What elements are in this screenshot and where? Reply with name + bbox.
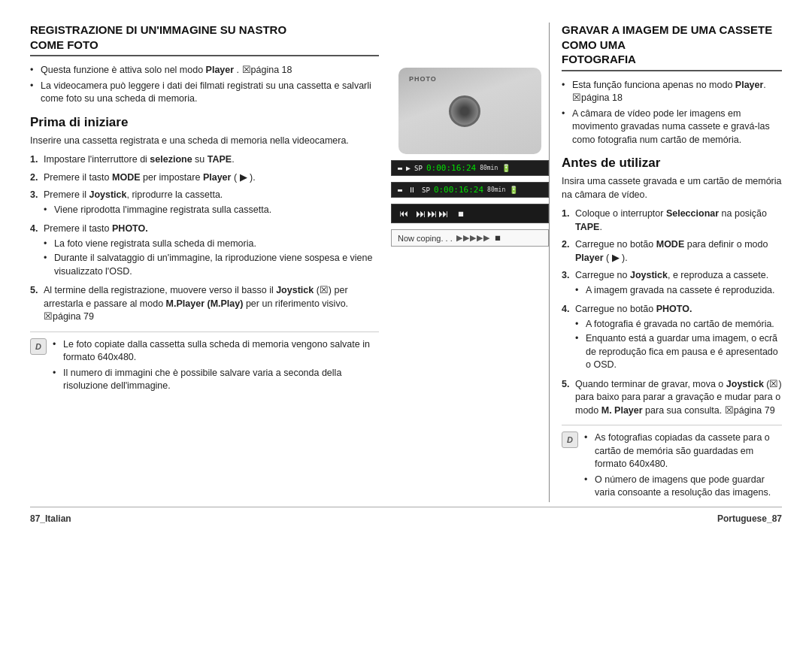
left-section-title: REGISTRAZIONE DI UN'IMMAGINE SU NASTRO C… [30,23,379,56]
right-section-title: GRAVAR A IMAGEM DE UMA CASSETE COMO UMA … [562,23,782,71]
now-coping-panel: Now coping. . . ▶▶▶▶▶ ⏹ [391,229,549,247]
footer-right: Portuguese_87 [717,513,782,524]
list-item: Enquanto está a guardar uma imagem, o ec… [575,332,782,372]
left-column: REGISTRAZIONE DI UN'IMMAGINE SU NASTRO C… [30,23,391,502]
right-column: GRAVAR A IMAGEM DE UMA CASSETE COMO UMA … [549,23,782,502]
list-item: O número de imagens que pode guardar var… [584,474,782,500]
lcd-panel-1: ▬ ▶ SP 0:00:16:24 80min 🔋 [391,160,549,176]
rewind-icon: ⏮ [399,208,408,219]
main-layout: REGISTRAZIONE DI UN'IMMAGINE SU NASTRO C… [30,23,782,502]
lcd-bar-icon-2: ▬ [398,186,402,194]
left-step-1: 1. Impostare l'interruttore di selezione… [30,153,379,167]
footer-left: 87_Italian [30,513,71,524]
lcd-batt-icon-2: 🔋 [509,186,518,194]
lcd-timecode-2: 0:00:16:24 [434,185,483,195]
right-step-1: 1. Coloque o interruptor Seleccionar na … [562,207,782,234]
center-column: PHOTO ▬ ▶ SP 0:00:16:24 80min 🔋 ▬ ⏸ SP 0… [391,23,549,502]
left-intro-list: Questa funzione è attiva solo nel modo P… [30,64,379,106]
list-item: Viene riprodotta l'immagine registrata s… [44,204,379,217]
lcd-bar-icon: ▬ [398,164,402,172]
left-step-2: 2. Premere il tasto MODE per impostare P… [30,171,379,185]
list-item: A imagem gravada na cassete é reproduzid… [575,284,782,298]
list-item: Esta função funciona apenas no modo Play… [562,79,782,105]
list-item: Le foto copiate dalla cassetta sulla sch… [53,338,379,365]
lcd-min-1: 80min [480,165,498,171]
playback-controls: ⏮ ⏭⏭⏭ ⏹ [391,204,549,223]
lcd-batt-icon: 🔋 [501,164,511,172]
lcd-play-icon: ▶ [406,164,411,172]
lcd-min-2: 80min [487,186,505,193]
lcd-pause-icon: ⏸ [408,186,416,194]
fastforward-icon: ⏭⏭⏭ [416,207,450,220]
now-coping-text: Now coping. . . [398,234,453,243]
list-item: La videocamera può leggere i dati dei fi… [30,80,379,106]
stop-icon: ⏹ [457,210,465,218]
left-step-5: 5. Al termine della registrazione, muove… [30,284,379,324]
right-step-2: 2. Carregue no botão MODE para definir o… [562,238,782,265]
lcd-timecode-1: 0:00:16:24 [426,163,476,173]
left-note-box: D Le foto copiate dalla cassetta sulla s… [30,332,379,395]
right-before-text: Insira uma cassete gravada e um cartão d… [562,175,782,201]
right-step-5: 5. Quando terminar de gravar, mova o Joy… [562,378,782,418]
lcd-panel-2: ▬ ⏸ SP 0:00:16:24 80min 🔋 [391,182,549,198]
right-note-box: D As fotografias copiadas da cassete par… [562,425,782,502]
note-icon: D [30,338,47,355]
note-icon-right: D [562,431,578,448]
left-before-text: Inserire una cassetta registrata e una s… [30,135,379,148]
camera-lens [449,95,480,127]
camera-image: PHOTO [398,68,541,154]
progress-dots: ▶▶▶▶▶ [456,233,490,243]
list-item: A fotografia é gravada no cartão de memó… [575,318,782,332]
right-note-content: As fotografias copiadas da cassete para … [584,431,782,502]
right-step-4: 4. Carregue no botão PHOTO. A fotografia… [562,303,782,374]
left-sub-heading: Prima di iniziare [30,115,379,130]
footer: 87_Italian Portuguese_87 [30,507,782,524]
lcd-sp-2: SP [422,186,430,194]
list-item: Il numero di immagini che è possibile sa… [53,367,379,393]
right-step-3: 3. Carregue no Joystick, e reproduza a c… [562,269,782,298]
list-item: Durante il salvataggio di un'immagine, l… [44,252,379,278]
page: REGISTRAZIONE DI UN'IMMAGINE SU NASTRO C… [0,0,812,657]
list-item: La foto viene registrata sulla scheda di… [44,238,379,251]
left-step-3: 3. Premere il Joystick, riprodurre la ca… [30,189,379,218]
panel-icon: ⏹ [494,234,501,242]
left-note-content: Le foto copiate dalla cassetta sulla sch… [53,338,379,395]
list-item: As fotografias copiadas da cassete para … [584,431,782,471]
right-sub-heading: Antes de utilizar [562,156,782,171]
right-intro-list: Esta função funciona apenas no modo Play… [562,79,782,147]
lcd-sp-1: SP [414,165,423,172]
list-item: A câmara de vídeo pode ler imagens em mo… [562,107,782,147]
left-step-4: 4. Premere il tasto PHOTO. La foto viene… [30,223,379,280]
list-item: Questa funzione è attiva solo nel modo P… [30,64,379,77]
